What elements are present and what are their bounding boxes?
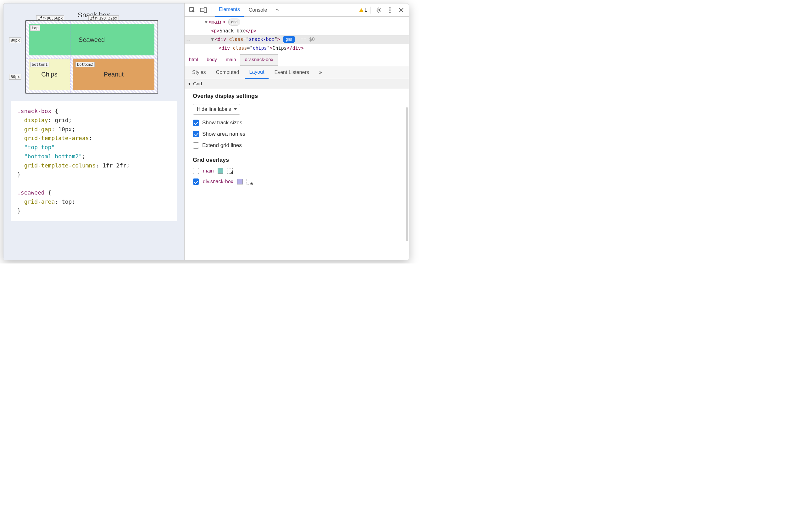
- area-label-bottom1: bottom1: [30, 62, 49, 67]
- breadcrumb: html body main div.snack-box: [185, 54, 409, 66]
- snack-box-grid: top bottom1 bottom2 Seaweed Chips Peanut: [26, 20, 158, 94]
- crumb-body[interactable]: body: [202, 54, 221, 66]
- crumb-snack-box[interactable]: div.snack-box: [240, 54, 278, 66]
- sidebar-subtabs: Styles Computed Layout Event Listeners »: [185, 66, 409, 79]
- devtools-toolbar: Elements Console » 1: [185, 3, 409, 17]
- line-labels-select[interactable]: Hide line labels: [193, 104, 240, 115]
- check-extend-grid-lines[interactable]: Extend grid lines: [193, 142, 401, 149]
- grid-badge-snack-box[interactable]: grid: [283, 36, 295, 43]
- warning-count[interactable]: 1: [359, 7, 367, 13]
- close-icon[interactable]: [396, 5, 406, 15]
- crumb-main[interactable]: main: [221, 54, 241, 66]
- dom-node-chips[interactable]: <div class="chips">Chips</div>: [185, 44, 409, 53]
- overlay-settings-title: Overlay display settings: [193, 93, 401, 99]
- layout-panel: Overlay display settings Hide line label…: [185, 88, 409, 260]
- color-swatch-snack-box[interactable]: [237, 179, 243, 184]
- settings-gear-icon[interactable]: [374, 5, 384, 15]
- overlay-row-main: main: [193, 168, 401, 174]
- check-show-area-names[interactable]: Show area names: [193, 131, 401, 137]
- reveal-element-icon[interactable]: [227, 168, 233, 174]
- checkbox-icon[interactable]: [193, 142, 199, 149]
- area-label-top: top: [30, 25, 40, 31]
- code-block: .snack-box { display: grid; grid-gap: 10…: [11, 101, 177, 221]
- reveal-element-icon[interactable]: [247, 179, 252, 184]
- svg-point-14: [389, 12, 391, 13]
- overlay-checkbox-main[interactable]: [193, 168, 199, 174]
- check-show-track-sizes[interactable]: Show track sizes: [193, 120, 401, 126]
- device-toolbar-icon[interactable]: [199, 5, 208, 15]
- scrollbar[interactable]: [406, 107, 408, 241]
- svg-line-9: [380, 11, 380, 12]
- subtab-computed[interactable]: Computed: [212, 66, 244, 79]
- overlay-row-snack-box: div.snack-box: [193, 179, 401, 185]
- dom-node-p[interactable]: <p>Snack box</p>: [185, 27, 409, 36]
- app-window: Snack box 1fr·96.66px 2fr·193.32px 80px …: [3, 3, 409, 260]
- crumb-html[interactable]: html: [185, 54, 202, 66]
- svg-line-11: [380, 8, 380, 9]
- subtab-event-listeners[interactable]: Event Listeners: [270, 66, 313, 79]
- preview-pane: Snack box 1fr·96.66px 2fr·193.32px 80px …: [3, 3, 185, 260]
- subtabs-overflow[interactable]: »: [315, 66, 327, 79]
- overlay-checkbox-snack-box[interactable]: [193, 179, 199, 185]
- svg-point-13: [389, 10, 391, 11]
- inspect-element-icon[interactable]: [187, 5, 197, 15]
- warning-icon: [359, 8, 364, 12]
- dom-tree[interactable]: ▼<main> grid <p>Snack box</p> ⋯▼<div cla…: [185, 17, 409, 54]
- toolbar-separator: [212, 6, 212, 14]
- grid-overlay-wrap: 1fr·96.66px 2fr·193.32px 80px 80px top b…: [26, 20, 158, 94]
- color-swatch-main[interactable]: [218, 168, 223, 174]
- svg-point-3: [378, 9, 380, 11]
- tab-elements[interactable]: Elements: [215, 3, 244, 17]
- tabs-overflow[interactable]: »: [272, 3, 282, 17]
- kebab-menu-icon[interactable]: [385, 5, 395, 15]
- checkbox-icon[interactable]: [193, 131, 199, 137]
- subtab-styles[interactable]: Styles: [188, 66, 211, 79]
- devtools-pane: Elements Console » 1 ▼<main> grid <p>Sna…: [185, 3, 409, 260]
- grid-overlays-title: Grid overlays: [193, 157, 401, 163]
- dom-node-main[interactable]: ▼<main> grid: [185, 18, 409, 27]
- subtab-layout[interactable]: Layout: [245, 66, 269, 79]
- svg-line-8: [377, 8, 377, 9]
- area-label-bottom2: bottom2: [75, 62, 95, 67]
- track-size-row1: 80px: [9, 38, 21, 43]
- grid-badge-main[interactable]: grid: [228, 18, 240, 26]
- svg-rect-2: [204, 8, 207, 13]
- toolbar-separator: [370, 6, 371, 14]
- dom-node-snack-box[interactable]: ⋯▼<div class="snack-box"> grid == $0: [185, 35, 409, 44]
- dom-actions-icon[interactable]: ⋯: [187, 36, 190, 45]
- grid-cell-seaweed: Seaweed: [29, 24, 155, 55]
- svg-point-12: [389, 7, 391, 9]
- disclosure-triangle-icon: ▼: [188, 82, 191, 86]
- grid-section-header[interactable]: ▼ Grid: [185, 79, 409, 88]
- checkbox-icon[interactable]: [193, 120, 199, 126]
- svg-line-10: [377, 11, 377, 12]
- tab-console[interactable]: Console: [245, 3, 271, 17]
- track-size-row2: 80px: [9, 74, 21, 80]
